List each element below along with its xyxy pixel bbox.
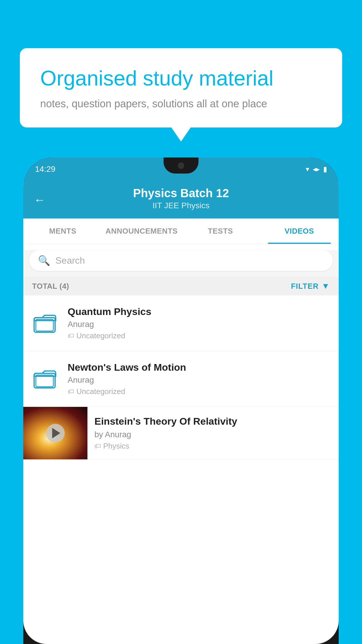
tab-announcements[interactable]: ANNOUNCEMENTS — [102, 218, 181, 244]
app-header: ← Physics Batch 12 IIT JEE Physics — [23, 181, 339, 218]
tag-icon: 🏷 — [68, 332, 74, 340]
status-time: 14:29 — [35, 164, 55, 174]
signal-icon: ◂▸ — [313, 165, 320, 173]
speech-bubble: Organised study material notes, question… — [20, 48, 342, 127]
tab-ments[interactable]: MENTS — [23, 218, 102, 244]
bubble-title: Organised study material — [40, 66, 322, 91]
notch — [164, 158, 198, 174]
folder-icon — [34, 313, 56, 333]
video-item-info: Newton's Laws of Motion Anurag 🏷 Uncateg… — [68, 362, 332, 396]
search-icon: 🔍 — [38, 255, 50, 266]
tag-icon: 🏷 — [68, 388, 74, 396]
folder-icon — [34, 369, 56, 389]
filter-icon: ▼ — [321, 281, 330, 291]
video-title: Einstein's Theory Of Relativity — [94, 416, 332, 427]
tab-videos[interactable]: VIDEOS — [260, 218, 339, 244]
status-bar: 14:29 ▾ ◂▸ ▮ — [23, 158, 339, 181]
list-item[interactable]: Quantum Physics Anurag 🏷 Uncategorized — [23, 295, 339, 351]
speech-bubble-container: Organised study material notes, question… — [20, 48, 342, 127]
video-tag: 🏷 Uncategorized — [68, 331, 332, 340]
play-button[interactable] — [46, 424, 65, 442]
video-author: Anurag — [68, 375, 332, 385]
list-item[interactable]: Newton's Laws of Motion Anurag 🏷 Uncateg… — [23, 351, 339, 407]
folder-icon-container — [30, 369, 59, 389]
video-thumbnail — [23, 407, 87, 459]
tab-tests[interactable]: TESTS — [181, 218, 260, 244]
battery-icon: ▮ — [323, 165, 327, 173]
wifi-icon: ▾ — [306, 165, 309, 173]
total-count-label: TOTAL (4) — [32, 282, 69, 291]
video-title: Quantum Physics — [68, 306, 332, 317]
filter-bar: TOTAL (4) FILTER ▼ — [23, 277, 339, 295]
video-author: Anurag — [68, 320, 332, 329]
video-tag: 🏷 Uncategorized — [68, 387, 332, 396]
video-item-info: Quantum Physics Anurag 🏷 Uncategorized — [68, 306, 332, 340]
phone-shell: 14:29 ▾ ◂▸ ▮ ← Physics Batch 12 IIT JEE … — [23, 158, 339, 644]
header-subtitle: IIT JEE Physics — [35, 201, 327, 210]
camera-dot — [178, 162, 184, 169]
search-input[interactable]: Search — [55, 255, 85, 266]
back-button[interactable]: ← — [34, 193, 45, 206]
video-item-info: Einstein's Theory Of Relativity by Anura… — [87, 407, 339, 459]
bubble-subtitle: notes, question papers, solutions all at… — [40, 98, 322, 110]
list-item[interactable]: Einstein's Theory Of Relativity by Anura… — [23, 407, 339, 460]
filter-button[interactable]: FILTER ▼ — [291, 281, 330, 291]
video-author: by Anurag — [94, 430, 332, 439]
thumbnail-bg — [23, 407, 87, 459]
tab-bar: MENTS ANNOUNCEMENTS TESTS VIDEOS — [23, 218, 339, 244]
tag-icon: 🏷 — [94, 442, 101, 450]
video-tag: 🏷 Physics — [94, 442, 332, 451]
status-icons: ▾ ◂▸ ▮ — [306, 165, 327, 173]
video-title: Newton's Laws of Motion — [68, 362, 332, 373]
folder-icon-container — [30, 313, 59, 333]
play-icon — [52, 428, 60, 438]
video-list: Quantum Physics Anurag 🏷 Uncategorized — [23, 295, 339, 460]
header-title: Physics Batch 12 — [35, 187, 327, 200]
search-bar[interactable]: 🔍 Search — [29, 250, 333, 271]
content-area: 🔍 Search TOTAL (4) FILTER ▼ — [23, 250, 339, 460]
phone-inner: ← Physics Batch 12 IIT JEE Physics MENTS… — [23, 181, 339, 644]
